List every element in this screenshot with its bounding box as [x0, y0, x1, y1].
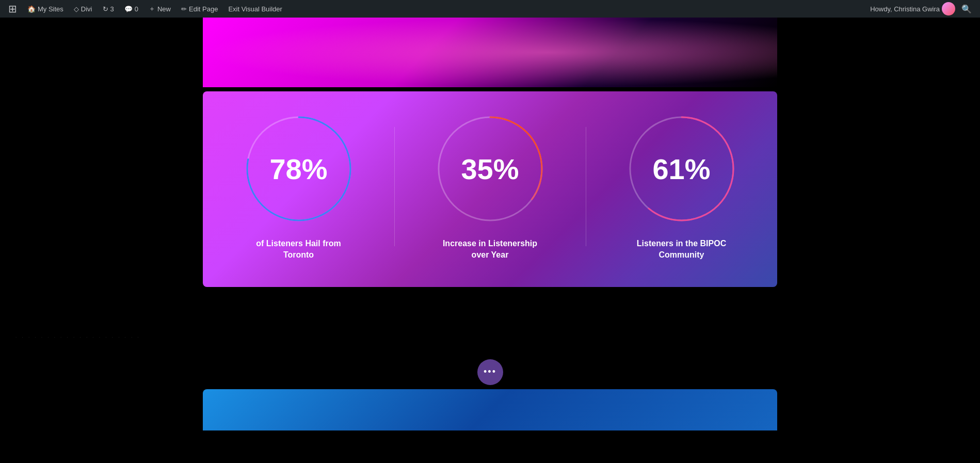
edit-page-link[interactable]: ✏ Edit Page — [177, 0, 222, 18]
stat-value-bipoc: 61% — [652, 152, 710, 186]
stat-item-toronto: 78% of Listeners Hail from Toronto — [203, 112, 394, 261]
comments-icon: 💬 — [124, 5, 133, 13]
stat-item-listenership: 35% Increase in Listenership over Year — [394, 112, 586, 261]
exit-visual-builder-label: Exit Visual Builder — [228, 5, 282, 13]
avatar[interactable] — [942, 2, 955, 15]
search-icon[interactable]: 🔍 — [957, 0, 976, 18]
plus-icon: ＋ — [149, 4, 155, 13]
circle-listenership: 35% — [433, 112, 547, 226]
dots-decoration: . . . . . . . . . . . . . . . . . . . . — [15, 334, 141, 339]
edit-icon: ✏ — [181, 5, 187, 13]
stat-label-toronto: of Listeners Hail from Toronto — [247, 238, 350, 261]
stat-label-listenership: Increase in Listenership over Year — [439, 238, 542, 261]
stat-value-listenership: 35% — [461, 152, 519, 186]
stats-section: 78% of Listeners Hail from Toronto — [203, 91, 777, 287]
admin-bar-right: Howdy, Christina Gwira 🔍 — [870, 0, 976, 18]
circle-bipoc: 61% — [625, 112, 738, 226]
floating-dots-container: ••• — [0, 354, 980, 390]
divi-label: Divi — [81, 5, 92, 13]
bottom-section — [203, 389, 777, 430]
stat-value-toronto: 78% — [269, 152, 327, 186]
my-sites-label: My Sites — [38, 5, 63, 13]
divi-icon: ◇ — [74, 5, 79, 13]
comments-link[interactable]: 💬 0 — [120, 0, 142, 18]
admin-bar: ⊞ 🏠 My Sites ◇ Divi ↻ 3 💬 0 ＋ New ✏ Edit… — [0, 0, 980, 18]
black-gap: . . . . . . . . . . . . . . . . . . . . — [0, 287, 980, 354]
circle-toronto: 78% — [242, 112, 356, 226]
updates-link[interactable]: ↻ 3 — [99, 0, 118, 18]
floating-dots-label: ••• — [484, 366, 496, 377]
howdy-text: Howdy, Christina Gwira — [870, 5, 940, 13]
my-sites-link[interactable]: 🏠 My Sites — [23, 0, 68, 18]
updates-icon: ↻ — [103, 5, 108, 13]
exit-visual-builder-link[interactable]: Exit Visual Builder — [224, 0, 286, 18]
edit-page-label: Edit Page — [189, 5, 218, 13]
stat-label-bipoc: Listeners in the BIPOC Community — [630, 238, 733, 261]
new-label: New — [157, 5, 171, 13]
updates-count: 3 — [110, 5, 114, 13]
wordpress-logo-icon[interactable]: ⊞ — [4, 3, 21, 15]
new-link[interactable]: ＋ New — [144, 0, 175, 18]
comments-count: 0 — [135, 5, 138, 13]
page-content: 78% of Listeners Hail from Toronto — [0, 18, 980, 430]
stat-item-bipoc: 61% Listeners in the BIPOC Community — [586, 112, 777, 261]
divi-link[interactable]: ◇ Divi — [70, 0, 97, 18]
hero-image — [203, 18, 777, 87]
my-sites-icon: 🏠 — [27, 5, 36, 13]
floating-dots-button[interactable]: ••• — [477, 359, 503, 385]
